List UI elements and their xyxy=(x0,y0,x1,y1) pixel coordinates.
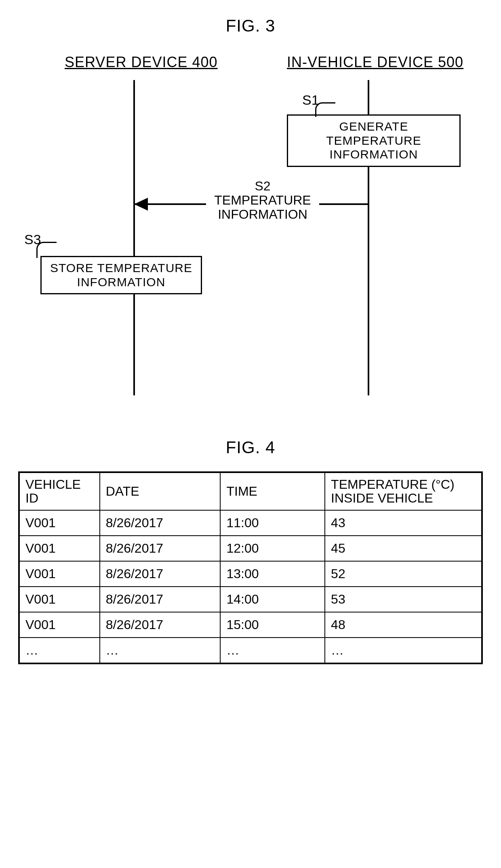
table-row: V001 8/26/2017 15:00 48 xyxy=(19,612,482,638)
table-row: V001 8/26/2017 14:00 53 xyxy=(19,587,482,612)
figure3-title: FIG. 3 xyxy=(16,16,485,36)
cell-date: 8/26/2017 xyxy=(100,536,221,561)
sequence-diagram: SERVER DEVICE 400 IN-VEHICLE DEVICE 500 … xyxy=(28,50,473,405)
cell-time: 15:00 xyxy=(220,612,325,638)
cell-vehicle-id: V001 xyxy=(19,587,100,612)
cell-date: 8/26/2017 xyxy=(100,561,221,587)
col-vehicle-id: VEHICLE ID xyxy=(19,472,100,510)
cell-temp: 53 xyxy=(325,587,482,612)
cell-date: 8/26/2017 xyxy=(100,587,221,612)
lifeline-server xyxy=(133,80,135,395)
cell-vehicle-id: V001 xyxy=(19,612,100,638)
cell-time: 13:00 xyxy=(220,561,325,587)
lane-server-title: SERVER DEVICE 400 xyxy=(65,54,218,71)
cell-temp: 48 xyxy=(325,612,482,638)
cell-ellipsis: … xyxy=(325,638,482,663)
step-s1-box: GENERATE TEMPERATURE INFORMATION xyxy=(287,114,461,167)
message-s2-label-id: S2 xyxy=(255,179,270,193)
cell-time: 14:00 xyxy=(220,587,325,612)
cell-time: 12:00 xyxy=(220,536,325,561)
table-header-row: VEHICLE ID DATE TIME TEMPERATURE (°C) IN… xyxy=(19,472,482,510)
cell-vehicle-id: V001 xyxy=(19,536,100,561)
cell-time: 11:00 xyxy=(220,510,325,536)
leader-s3 xyxy=(36,242,57,258)
cell-ellipsis: … xyxy=(19,638,100,663)
table-row: V001 8/26/2017 13:00 52 xyxy=(19,561,482,587)
cell-ellipsis: … xyxy=(220,638,325,663)
step-s3-box: STORE TEMPERATURE INFORMATION xyxy=(40,256,202,294)
message-s2-label-text: TEMPERATURE INFORMATION xyxy=(214,193,311,222)
table-row-ellipsis: … … … … xyxy=(19,638,482,663)
cell-ellipsis: … xyxy=(100,638,221,663)
cell-vehicle-id: V001 xyxy=(19,561,100,587)
col-date: DATE xyxy=(100,472,221,510)
cell-vehicle-id: V001 xyxy=(19,510,100,536)
cell-temp: 52 xyxy=(325,561,482,587)
cell-date: 8/26/2017 xyxy=(100,510,221,536)
col-time: TIME xyxy=(220,472,325,510)
table-row: V001 8/26/2017 12:00 45 xyxy=(19,536,482,561)
col-temperature: TEMPERATURE (°C) INSIDE VEHICLE xyxy=(325,472,482,510)
cell-temp: 45 xyxy=(325,536,482,561)
figure4-title: FIG. 4 xyxy=(16,438,485,457)
temperature-table: VEHICLE ID DATE TIME TEMPERATURE (°C) IN… xyxy=(18,471,483,664)
lane-vehicle-title: IN-VEHICLE DEVICE 500 xyxy=(287,54,463,71)
table-row: V001 8/26/2017 11:00 43 xyxy=(19,510,482,536)
message-s2-label: S2 TEMPERATURE INFORMATION xyxy=(206,178,319,223)
cell-date: 8/26/2017 xyxy=(100,612,221,638)
message-s2-arrowhead xyxy=(134,198,148,211)
cell-temp: 43 xyxy=(325,510,482,536)
leader-s1 xyxy=(315,102,335,117)
